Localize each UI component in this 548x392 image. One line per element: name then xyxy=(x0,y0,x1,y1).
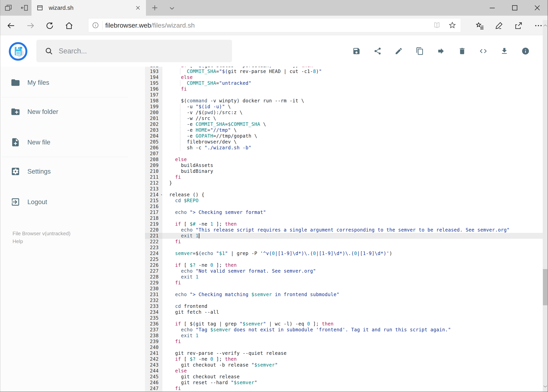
code-line[interactable]: 231 echo "> Checking matching $semver in… xyxy=(145,292,543,297)
code-line[interactable]: 236 if [ $(git tag | grep "$semver" | wc… xyxy=(145,321,543,327)
line-number[interactable]: 209 xyxy=(145,162,162,168)
page-scrollbar[interactable] xyxy=(543,20,548,392)
code-line[interactable]: 219 if [ $# -ne 1 ]; then xyxy=(145,221,543,227)
line-number[interactable]: 247 xyxy=(145,385,162,392)
copy-button[interactable] xyxy=(416,47,424,55)
code-line[interactable]: 202 -e COMMIT_SHA=$COMMIT_SHA \ xyxy=(145,121,543,127)
code-line[interactable]: 211 fi xyxy=(145,174,543,180)
code-line[interactable]: 201 -w //src \ xyxy=(145,115,543,121)
line-number[interactable]: 192 xyxy=(145,67,162,69)
code-line[interactable]: 199 -u "$(id -u)" \ xyxy=(145,104,543,110)
line-number[interactable]: 236 xyxy=(145,321,162,327)
add-favorite-star-icon[interactable] xyxy=(448,21,457,29)
more-options-icon[interactable] xyxy=(534,21,543,30)
line-number[interactable]: 202 xyxy=(145,121,162,127)
code-line[interactable]: 229 fi xyxy=(145,280,543,286)
line-number[interactable]: 233 xyxy=(145,303,162,309)
line-number[interactable]: 218 xyxy=(145,215,162,221)
tab-dropdown-icon[interactable] xyxy=(168,4,176,12)
code-line[interactable]: 217 echo "> Checking semver format" xyxy=(145,210,543,215)
sidebar-item-new-file[interactable]: New file xyxy=(0,134,145,150)
line-number[interactable]: 240 xyxy=(145,344,162,350)
delete-button[interactable] xyxy=(458,47,466,55)
sidebar-item-my-files[interactable]: My files xyxy=(0,75,145,91)
raw-code-button[interactable] xyxy=(479,47,487,55)
line-number[interactable]: 243 xyxy=(145,362,162,368)
code-line[interactable]: 206 sh -c "./wizard.sh -b" xyxy=(145,145,543,151)
code-line[interactable]: 242 if [ $? -ne 0 ]; then xyxy=(145,356,543,362)
code-line[interactable]: 205 filebrowser/dev \ xyxy=(145,139,543,145)
code-line[interactable]: 198 $(command -v winpty) docker run --rm… xyxy=(145,98,543,104)
favorites-hub-icon[interactable] xyxy=(476,21,485,30)
search-input[interactable] xyxy=(59,47,215,55)
move-button[interactable] xyxy=(437,47,445,55)
address-bar[interactable]: filebrowser.web/files/wizard.sh xyxy=(88,18,461,32)
code-line[interactable]: 216 xyxy=(145,203,543,210)
line-number[interactable]: 200 xyxy=(145,110,162,115)
home-icon[interactable] xyxy=(65,21,74,30)
line-number[interactable]: 246 xyxy=(145,380,162,385)
line-number[interactable]: 244 xyxy=(145,368,162,374)
line-number[interactable]: 234 xyxy=(145,309,162,315)
line-number[interactable]: 231 xyxy=(145,292,162,297)
share-button[interactable] xyxy=(374,47,382,55)
line-number[interactable]: 226 xyxy=(145,262,162,268)
code-line[interactable]: 197 xyxy=(145,92,543,98)
code-line[interactable]: 235 xyxy=(145,315,543,321)
line-number[interactable]: 232 xyxy=(145,297,162,303)
line-number[interactable]: 223 xyxy=(145,245,162,251)
tab-close-icon[interactable] xyxy=(135,5,141,11)
line-number[interactable]: 210 xyxy=(145,168,162,174)
help-link[interactable]: Help xyxy=(13,237,145,245)
code-line[interactable]: 228 exit 1 xyxy=(145,274,543,280)
share-icon[interactable] xyxy=(514,21,523,30)
line-number[interactable]: 228 xyxy=(145,274,162,280)
code-line[interactable]: 237 echo "Tag $semver does not exist in … xyxy=(145,327,543,333)
code-line[interactable]: 207 xyxy=(145,151,543,157)
line-number[interactable]: 242 xyxy=(145,356,162,362)
code-line[interactable]: 218 xyxy=(145,215,543,221)
code-line[interactable]: 226 if [ $? -ne 0 ]; then xyxy=(145,262,543,268)
scrollbar-thumb[interactable] xyxy=(543,269,548,305)
info-button[interactable] xyxy=(521,47,530,55)
line-number[interactable]: 208 xyxy=(145,157,162,162)
ink-pen-icon[interactable] xyxy=(495,21,504,30)
sidebar-item-logout[interactable]: Logout xyxy=(0,194,145,210)
close-button[interactable] xyxy=(533,4,541,12)
code-line[interactable]: 246 git reset --hard "$semver" xyxy=(145,380,543,385)
line-number[interactable]: 238 xyxy=(145,333,162,339)
line-number[interactable]: 213 xyxy=(145,186,162,192)
code-line[interactable]: 227 echo "Not valid semver format. See s… xyxy=(145,268,543,274)
set-tabs-aside-icon[interactable] xyxy=(20,4,29,12)
line-number[interactable]: 230 xyxy=(145,286,162,292)
code-editor[interactable]: 192 if [ "$(git status --porcelain)" = "… xyxy=(145,67,543,392)
line-number[interactable]: 212 xyxy=(145,180,162,186)
line-number[interactable]: 217 xyxy=(145,210,162,215)
sidebar-item-settings[interactable]: Settings xyxy=(0,163,145,179)
code-line[interactable]: 194 else xyxy=(145,74,543,80)
code-line[interactable]: 204 -e GOPATH=//tmp/gopath \ xyxy=(145,133,543,139)
line-number[interactable]: 237 xyxy=(145,327,162,333)
line-number[interactable]: 194 xyxy=(145,74,162,80)
code-line[interactable]: 238 exit 1 xyxy=(145,333,543,339)
line-number[interactable]: 205 xyxy=(145,139,162,145)
code-line[interactable]: 230 xyxy=(145,286,543,292)
line-number[interactable]: 195 xyxy=(145,80,162,86)
line-number[interactable]: 199 xyxy=(145,104,162,110)
line-number[interactable]: 239 xyxy=(145,339,162,344)
code-line[interactable]: 210 buildBinary xyxy=(145,168,543,174)
code-line[interactable]: 221 exit 1 xyxy=(145,233,543,239)
back-icon[interactable] xyxy=(7,21,15,30)
save-button[interactable] xyxy=(352,47,361,55)
code-line[interactable]: 239 fi xyxy=(145,339,543,344)
line-number[interactable]: 214▾ xyxy=(145,192,162,198)
code-line[interactable]: 223 xyxy=(145,245,543,251)
code-line[interactable]: 209 buildAssets xyxy=(145,162,543,168)
scroll-down-icon[interactable] xyxy=(543,383,548,391)
line-number[interactable]: 229 xyxy=(145,280,162,286)
line-number[interactable]: 198 xyxy=(145,98,162,104)
fold-arrow-icon[interactable]: ▾ xyxy=(161,192,162,198)
line-number[interactable]: 235 xyxy=(145,315,162,321)
line-number[interactable]: 204 xyxy=(145,133,162,139)
site-info-icon[interactable] xyxy=(92,21,99,29)
